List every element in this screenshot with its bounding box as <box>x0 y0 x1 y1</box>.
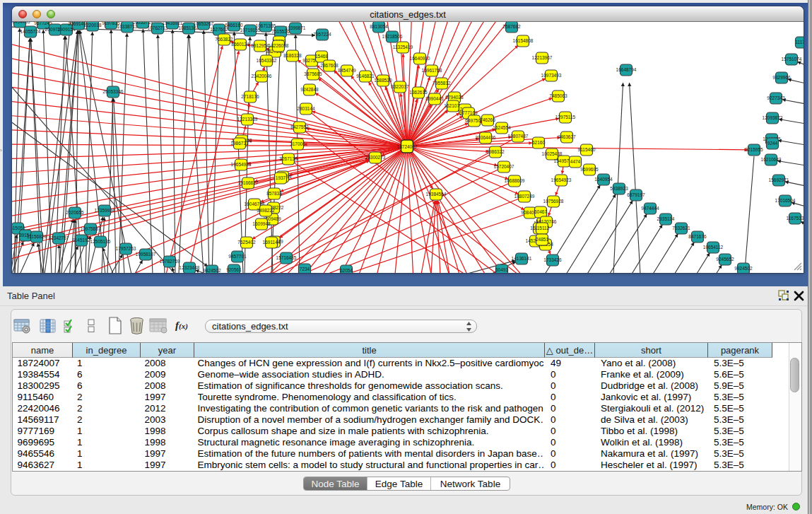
svg-text:1986733: 1986733 <box>230 141 249 146</box>
svg-text:9777169: 9777169 <box>459 110 478 115</box>
svg-text:19654923: 19654923 <box>551 177 572 182</box>
svg-text:62054: 62054 <box>340 268 353 273</box>
svg-text:3875685: 3875685 <box>304 71 322 76</box>
svg-text:16782759: 16782759 <box>160 259 180 264</box>
svg-text:10762713: 10762713 <box>148 25 168 30</box>
svg-text:16154808: 16154808 <box>513 38 534 43</box>
svg-text:8813054: 8813054 <box>370 24 388 29</box>
svg-text:26053346: 26053346 <box>103 89 124 94</box>
svg-text:3267130: 3267130 <box>279 156 298 161</box>
svg-text:2020655: 2020655 <box>66 210 84 215</box>
svg-text:8427552: 8427552 <box>290 124 309 129</box>
svg-text:8471676: 8471676 <box>688 234 707 239</box>
svg-text:2687682: 2687682 <box>502 24 521 29</box>
svg-text:10688609: 10688609 <box>505 178 525 183</box>
svg-text:7234: 7234 <box>300 267 310 271</box>
svg-text:10973493: 10973493 <box>541 73 562 78</box>
svg-text:24851: 24851 <box>536 237 548 242</box>
svg-text:1588520: 1588520 <box>374 78 392 83</box>
svg-text:4474: 4474 <box>570 159 581 164</box>
svg-text:10338713: 10338713 <box>117 24 138 29</box>
svg-text:10958107: 10958107 <box>136 252 156 257</box>
svg-text:16640910: 16640910 <box>410 56 430 61</box>
svg-text:9244: 9244 <box>767 141 778 146</box>
svg-text:18807249: 18807249 <box>514 194 535 199</box>
svg-text:7625402: 7625402 <box>237 240 256 245</box>
svg-text:920561: 920561 <box>226 267 242 272</box>
svg-text:13226058: 13226058 <box>269 43 289 48</box>
svg-text:19654983: 19654983 <box>231 162 252 167</box>
svg-text:1220018: 1220018 <box>83 23 102 28</box>
svg-text:14055724: 14055724 <box>20 29 41 34</box>
svg-text:8660124: 8660124 <box>231 42 249 47</box>
svg-text:12213369: 12213369 <box>237 117 258 122</box>
svg-text:9924502: 9924502 <box>734 266 753 271</box>
svg-text:12213967: 12213967 <box>532 55 553 60</box>
svg-text:2867608: 2867608 <box>320 63 339 68</box>
svg-text:1145192: 1145192 <box>73 238 90 243</box>
svg-text:19218506: 19218506 <box>382 34 403 39</box>
svg-text:16210643: 16210643 <box>761 157 782 162</box>
svg-text:18724007: 18724007 <box>397 144 418 149</box>
svg-text:6794028: 6794028 <box>445 95 464 100</box>
svg-text:15716485: 15716485 <box>276 255 297 260</box>
svg-text:15720407: 15720407 <box>494 164 514 169</box>
svg-text:1937: 1937 <box>276 175 286 180</box>
svg-text:3498222: 3498222 <box>257 208 275 213</box>
svg-text:1733426: 1733426 <box>543 257 562 262</box>
svg-text:10807487: 10807487 <box>508 134 529 139</box>
svg-text:16543362: 16543362 <box>257 58 277 63</box>
svg-text:8322037: 8322037 <box>391 84 409 89</box>
svg-text:9457791: 9457791 <box>228 254 247 259</box>
svg-text:60493: 60493 <box>495 267 508 272</box>
svg-text:15692971: 15692971 <box>769 177 789 182</box>
svg-text:6466160: 6466160 <box>225 23 243 28</box>
svg-text:20494403: 20494403 <box>12 22 30 24</box>
svg-text:16055719: 16055719 <box>133 22 153 25</box>
svg-text:9463627: 9463627 <box>558 134 576 139</box>
svg-text:12323448: 12323448 <box>180 265 200 270</box>
svg-text:1640954: 1640954 <box>594 177 613 182</box>
svg-text:10756928: 10756928 <box>543 199 564 204</box>
svg-text:9115460: 9115460 <box>578 147 596 152</box>
svg-text:317006: 317006 <box>290 141 305 146</box>
svg-text:2803144: 2803144 <box>297 106 315 111</box>
svg-text:1609948: 1609948 <box>252 221 271 226</box>
svg-text:17957253: 17957253 <box>116 246 136 251</box>
svg-text:9227343: 9227343 <box>767 95 785 100</box>
svg-text:1691144: 1691144 <box>263 240 281 245</box>
svg-text:2718176: 2718176 <box>241 94 259 99</box>
svg-text:9424502: 9424502 <box>203 268 221 273</box>
svg-text:12975115: 12975115 <box>555 115 576 119</box>
svg-text:19384554: 19384554 <box>426 192 447 197</box>
svg-text:20364436: 20364436 <box>476 135 496 140</box>
svg-text:2935114: 2935114 <box>657 216 675 221</box>
svg-text:12342757: 12342757 <box>49 235 69 240</box>
svg-text:17016504: 17016504 <box>775 198 796 203</box>
svg-text:7632621: 7632621 <box>672 226 690 230</box>
svg-text:15468: 15468 <box>315 54 328 59</box>
svg-text:9329966: 9329966 <box>772 75 791 80</box>
svg-text:8990443: 8990443 <box>425 96 444 101</box>
svg-text:16961758: 16961758 <box>422 68 442 73</box>
svg-text:1167533: 1167533 <box>787 216 804 221</box>
svg-text:7957224: 7957224 <box>313 32 331 37</box>
svg-text:8454749: 8454749 <box>338 68 356 73</box>
svg-text:11325419: 11325419 <box>393 45 413 49</box>
svg-text:9146821: 9146821 <box>356 74 375 78</box>
svg-text:60467: 60467 <box>534 209 547 214</box>
svg-text:16648794: 16648794 <box>616 67 637 72</box>
svg-text:12505135: 12505135 <box>90 239 111 244</box>
svg-text:9242848: 9242848 <box>300 87 319 92</box>
svg-text:10975887: 10975887 <box>81 226 101 231</box>
svg-text:10719155: 10719155 <box>240 28 261 33</box>
svg-text:746266: 746266 <box>480 117 495 122</box>
svg-text:1362615: 1362615 <box>409 90 428 95</box>
svg-text:14136141: 14136141 <box>512 256 532 261</box>
svg-text:10851362: 10851362 <box>179 25 199 30</box>
svg-text:115112: 115112 <box>535 226 550 230</box>
svg-text:10399871: 10399871 <box>286 25 306 30</box>
svg-text:10671355: 10671355 <box>256 23 276 28</box>
svg-text:9474444: 9474444 <box>641 206 659 211</box>
svg-text:9245652: 9245652 <box>716 257 734 262</box>
